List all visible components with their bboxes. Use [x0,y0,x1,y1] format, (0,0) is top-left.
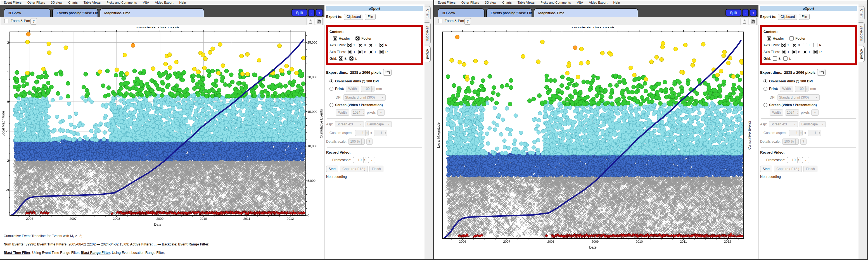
orientation-select[interactable]: Landscape ▼ [800,121,826,127]
header-checkbox[interactable] [333,36,337,40]
axis-titles-bottom-checkbox[interactable] [792,50,797,54]
grid-left-checkbox[interactable] [783,57,787,61]
menu-item-table-views[interactable]: Table Views [84,1,101,4]
screen-width-stepper[interactable]: 1024 ▲▼ [351,109,365,116]
frames-preset-dropdown[interactable]: ▼ [368,157,375,163]
record-capture-button[interactable]: Capture ( F12 ) [340,166,368,172]
spinner-arrows-icon[interactable]: ▲▼ [365,130,368,136]
footer-checkbox[interactable] [355,36,360,40]
axis-ticks-left-checkbox[interactable] [369,43,373,47]
split-button[interactable]: Split [725,9,741,17]
axis-ticks-top-checkbox[interactable] [347,43,351,47]
side-tab-export[interactable]: eXport [425,46,431,62]
spinner-arrows-icon[interactable]: ▲▼ [361,139,364,144]
file-button[interactable]: File [799,14,809,20]
help-button[interactable]: ? [30,18,37,25]
grid-bottom-checkbox[interactable] [773,57,777,61]
axis-titles-right-checkbox[interactable] [379,50,384,54]
print-width-mode-button[interactable]: Width [346,86,360,92]
record-capture-button[interactable]: Capture ( F12 ) [774,166,802,172]
screen-radio[interactable] [330,103,333,107]
print-radio[interactable] [764,87,767,91]
details-scale-stepper[interactable]: 100 % ▲▼ [348,138,364,145]
details-scale-help-button[interactable]: ? [366,138,373,145]
menu-item-picks-comments[interactable]: Picks and Comments [106,1,137,4]
spinner-arrows-icon[interactable]: ▲▼ [795,139,798,144]
record-start-button[interactable]: Start [326,166,338,172]
split-button[interactable]: Split [291,9,307,17]
print-width-stepper[interactable]: 100 ▲▼ [361,86,374,92]
custom-aspect-x-stepper[interactable]: 1 ▲▼ [789,130,802,136]
spinner-arrows-icon[interactable]: ▲▼ [796,110,799,115]
menu-item-other-filters[interactable]: Other Filters [461,1,479,4]
side-tab-chart[interactable]: Chart [859,6,865,21]
spinner-arrows-icon[interactable]: ▲▼ [818,130,821,136]
record-start-button[interactable]: Start [760,166,772,172]
tab-events-passing-base-filter[interactable]: Events passing "Base Filter" [52,8,98,17]
chart-canvas[interactable] [439,28,747,242]
axis-ticks-top-checkbox[interactable] [781,43,785,47]
clipboard-button[interactable]: Clipboard [344,14,363,20]
tab-3d-view[interactable]: 3D view [438,8,485,17]
menu-item-picks-comments[interactable]: Picks and Comments [540,1,571,4]
spinner-arrows-icon[interactable]: ▲▼ [805,86,808,92]
print-width-stepper[interactable]: 100 ▲▼ [795,86,808,92]
dpi-select[interactable]: Standard print (300) ▼ [343,94,386,101]
menu-item-help[interactable]: Help [179,1,186,4]
menu-item-vsa[interactable]: VSA [577,1,583,4]
record-finish-button[interactable]: Finish [369,166,383,172]
screen-width-stepper[interactable]: 1024 ▲▼ [785,109,799,116]
orientation-select[interactable]: Landscape ▼ [366,121,392,127]
axis-titles-left-checkbox[interactable] [369,50,373,54]
tab-3d-view[interactable]: 3D view [4,8,51,17]
menu-item-other-filters[interactable]: Other Filters [27,1,45,4]
frames-stepper[interactable]: 10 ▲▼ [787,157,800,163]
remove-tab-button[interactable]: - [308,9,315,17]
dpi-select[interactable]: Standard print (300) ▼ [777,94,820,101]
menu-item-event-filters[interactable]: Event Filters [438,1,456,4]
axis-titles-top-checkbox[interactable] [348,50,352,54]
spinner-arrows-icon[interactable]: ▲▼ [363,157,366,163]
axis-titles-top-checkbox[interactable] [782,50,786,54]
side-tab-export[interactable]: eXport [859,46,865,62]
screen-width-mode-button[interactable]: Width [770,109,783,116]
menu-item-help[interactable]: Help [613,1,620,4]
file-button[interactable]: File [365,14,375,20]
menu-item-event-filters[interactable]: Event Filters [4,1,22,4]
axis-titles-bottom-checkbox[interactable] [358,50,363,54]
menu-item-3d-view[interactable]: 3D view [485,1,496,4]
side-tab-chart[interactable]: Chart [425,6,431,21]
spinner-arrows-icon[interactable]: ▲▼ [362,110,365,115]
axis-titles-left-checkbox[interactable] [803,50,807,54]
menu-item-video-export[interactable]: Video Export [589,1,608,4]
zoom-pan-checkbox[interactable] [4,19,8,23]
axis-ticks-left-checkbox[interactable] [803,43,807,47]
zoom-pan-checkbox[interactable] [438,19,442,23]
spinner-arrows-icon[interactable]: ▲▼ [384,130,387,136]
add-tab-button[interactable]: + [315,9,323,17]
side-tab-selections[interactable]: Selections [859,22,865,44]
spinner-arrows-icon[interactable]: ▲▼ [799,130,802,136]
tab-events-passing-base-filter[interactable]: Events passing "Base Filter" [486,8,532,17]
header-checkbox[interactable] [767,36,771,40]
onscreen-dims-radio[interactable] [764,79,767,83]
axis-ticks-bottom-checkbox[interactable] [358,43,362,47]
axis-titles-right-checkbox[interactable] [813,50,818,54]
record-finish-button[interactable]: Finish [803,166,817,172]
clipboard-button[interactable]: Clipboard [778,14,797,20]
spinner-arrows-icon[interactable]: ▲▼ [371,86,374,92]
menu-item-3d-view[interactable]: 3D view [51,1,62,4]
copy-to-clipboard-button[interactable] [307,18,314,25]
details-scale-help-button[interactable]: ? [800,138,807,145]
details-scale-stepper[interactable]: 100 % ▲▼ [782,138,798,145]
aspect-select[interactable]: Screen 4:3 ▼ [335,121,364,127]
tab-magnitude-time[interactable]: Magnitude-Time [534,8,638,17]
menu-item-charts[interactable]: Charts [502,1,512,4]
onscreen-dims-radio[interactable] [330,79,333,83]
grid-left-checkbox[interactable] [349,57,353,61]
open-export-folder-button[interactable] [383,69,392,76]
copy-to-clipboard-button[interactable] [741,18,748,25]
screen-radio[interactable] [764,103,767,107]
spinner-arrows-icon[interactable]: ▲▼ [797,157,800,163]
pixels-preset-dropdown[interactable]: ▼ [811,109,818,116]
